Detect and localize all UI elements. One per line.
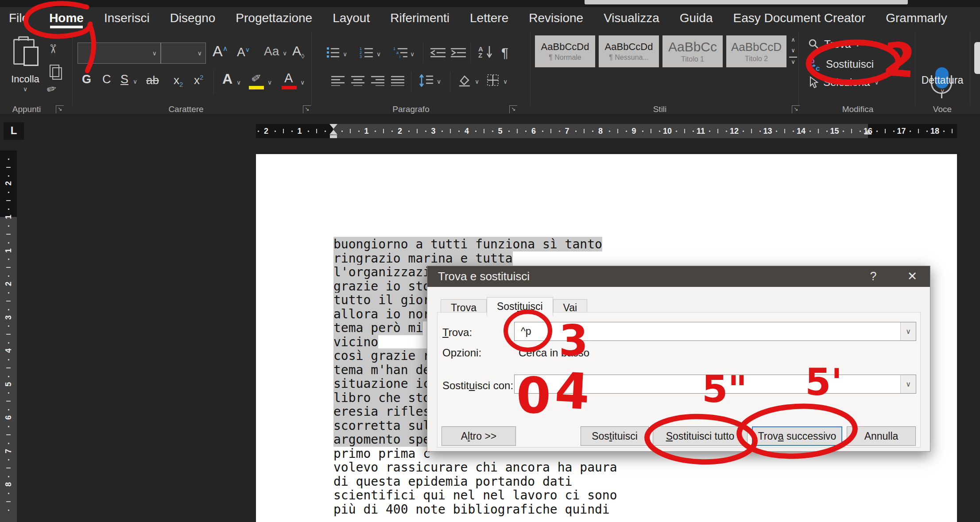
doc-line[interactable]: buongiorno a tutti funziona sì tanto [333,237,617,251]
ribbon-tab-layout[interactable]: Layout [333,11,370,25]
shrink-font-button[interactable]: A∨ [237,45,250,59]
ribbon-tab-inserisci[interactable]: Inserisci [104,11,150,25]
increase-indent-icon[interactable] [451,47,466,58]
doc-line[interactable]: di questa epidemia portando dati [333,475,617,489]
copy-icon[interactable] [52,67,62,80]
grow-font-button[interactable]: A∧ [213,43,228,60]
ribbon-tab-guida[interactable]: Guida [680,11,713,25]
highlight-color-icon[interactable]: ✏ [248,69,265,86]
numbered-list-icon[interactable]: 123 [360,47,373,58]
ribbon-tab-disegno[interactable]: Disegno [170,11,216,25]
font-color-button[interactable]: A [284,71,293,85]
align-left-icon[interactable] [331,75,345,86]
dialog-title[interactable]: Trova e sostituisci [427,266,930,287]
subscript-button[interactable]: x2 [174,73,183,88]
horizontal-ruler[interactable]: 21123456789101112131415161718 [256,124,957,138]
first-line-indent-marker[interactable] [329,124,337,129]
chevron-down-icon[interactable]: ∨ [503,78,507,85]
tab-stop-selector[interactable]: L [4,122,24,140]
font-size-combo[interactable]: ∨ [161,43,206,64]
find-input[interactable]: ^p ∨ [514,322,916,341]
sort-button[interactable]: AZ [478,46,483,58]
font-color-swatch[interactable] [282,86,297,89]
titlebar-search-box[interactable] [585,0,908,4]
chevron-down-icon[interactable]: ∨ [376,50,381,58]
replace-dropdown-icon[interactable]: ∨ [900,375,916,393]
help-button[interactable]: ? [859,266,887,287]
highlight-color-swatch[interactable] [249,86,264,89]
more-button[interactable]: Altro >> [442,426,516,446]
align-center-icon[interactable] [351,75,364,86]
select-button[interactable]: Seleziona∨ [808,76,879,89]
chevron-down-icon[interactable]: ∨ [300,79,305,86]
doc-line[interactable]: più di 400 note bibliografiche quindi [333,503,617,517]
left-indent-marker[interactable] [330,135,337,138]
multilevel-list-icon[interactable]: 1ai [393,47,407,58]
doc-line[interactable]: ringrazio marina e tutta [333,251,617,266]
underline-button[interactable]: S [120,73,128,86]
replace-button[interactable]: Sostituisci [581,426,649,446]
cut-icon[interactable]: ✂ [46,44,60,54]
decrease-indent-icon[interactable] [430,47,445,58]
clear-formatting-button[interactable]: A◊ [292,43,304,60]
borders-icon[interactable] [487,74,499,86]
find-next-button[interactable]: Trova successivo [752,426,842,446]
superscript-button[interactable]: x2 [194,73,203,87]
vertical-ruler[interactable]: 2112345678 [0,151,17,522]
style-card-normale[interactable]: AaBbCcDd¶ Normale [535,35,595,67]
chevron-down-icon[interactable]: ∨ [133,78,137,85]
ribbon-tab-file[interactable]: File [9,11,29,25]
chevron-down-icon[interactable]: ∨ [475,78,479,85]
hanging-indent-marker[interactable] [329,130,337,135]
chevron-down-icon[interactable]: ∨ [437,78,441,85]
dictate-menu[interactable]: ∨ [916,87,969,95]
line-spacing-icon[interactable] [419,74,433,87]
ribbon-tab-revisione[interactable]: Revisione [529,11,583,25]
replace-all-button[interactable]: Sostituisci tutto [653,426,748,446]
bold-button[interactable]: G [82,73,91,86]
dialog-tab-sostituisci[interactable]: Sostituisci [487,297,553,316]
ribbon-tab-home[interactable]: Home [49,11,84,25]
clipboard-dialog-launcher[interactable]: ↘ [56,105,64,113]
style-card-titolo-2[interactable]: AaBbCcDTitolo 2 [726,35,786,67]
find-dropdown-icon[interactable]: ∨ [900,322,916,340]
show-formatting-button[interactable]: ¶ [501,45,508,60]
find-button[interactable]: Trova∨ [808,38,860,50]
style-card-nessuna[interactable]: AaBbCcDd¶ Nessuna... [599,35,659,67]
paragraph-dialog-launcher[interactable]: ↘ [509,105,517,113]
chevron-down-icon[interactable]: ∨ [236,79,241,86]
justify-icon[interactable] [391,75,404,86]
cancel-button[interactable]: Annulla [847,426,916,446]
doc-line[interactable]: volevo rassicurare chi ancora ha paura [333,460,617,475]
font-dialog-launcher[interactable]: ↘ [303,105,311,113]
style-gallery-more[interactable]: ∨ [789,57,797,66]
align-right-icon[interactable] [371,75,384,86]
text-effects-button[interactable]: A [222,71,232,87]
close-button[interactable]: ✕ [898,266,926,287]
ribbon-tab-riferimenti[interactable]: Riferimenti [390,11,449,25]
format-painter-icon[interactable]: ✏ [45,81,58,97]
chevron-down-icon[interactable]: ∨ [267,79,272,86]
doc-line[interactable]: scientifici qui nel nel lavoro ci sono [333,488,617,503]
font-name-combo[interactable]: ∨ [77,43,161,64]
ribbon-tab-visualizza[interactable]: Visualizza [604,11,659,25]
dictate-label[interactable]: Dettatura [916,74,969,86]
italic-button[interactable]: C [102,73,111,86]
ribbon-tab-easy-document-creator[interactable]: Easy Document Creator [733,11,865,25]
strikethrough-button[interactable]: ab [146,73,159,87]
chevron-down-icon[interactable]: ∨ [343,50,347,58]
styles-dialog-launcher[interactable]: ↘ [792,105,800,113]
change-case-button[interactable]: Aa ∨ [264,44,287,58]
style-scroll-down[interactable]: ∨ [789,46,797,55]
ribbon-tab-progettazione[interactable]: Progettazione [236,11,312,25]
ribbon-tab-lettere[interactable]: Lettere [470,11,508,25]
style-card-titolo-1[interactable]: AaBbCcTitolo 1 [662,35,723,67]
chevron-down-icon[interactable]: ∨ [410,50,414,58]
replace-button[interactable]: b c Sostituisci [808,57,874,72]
style-scroll-up[interactable]: ∧ [789,35,797,44]
paste-button[interactable]: Incolla ∨ [10,39,41,101]
ribbon-tab-grammarly[interactable]: Grammarly [886,11,947,25]
shading-bucket-icon[interactable] [458,74,471,87]
bullet-list-icon[interactable] [327,47,339,58]
replace-input[interactable]: ∨ [514,375,916,394]
